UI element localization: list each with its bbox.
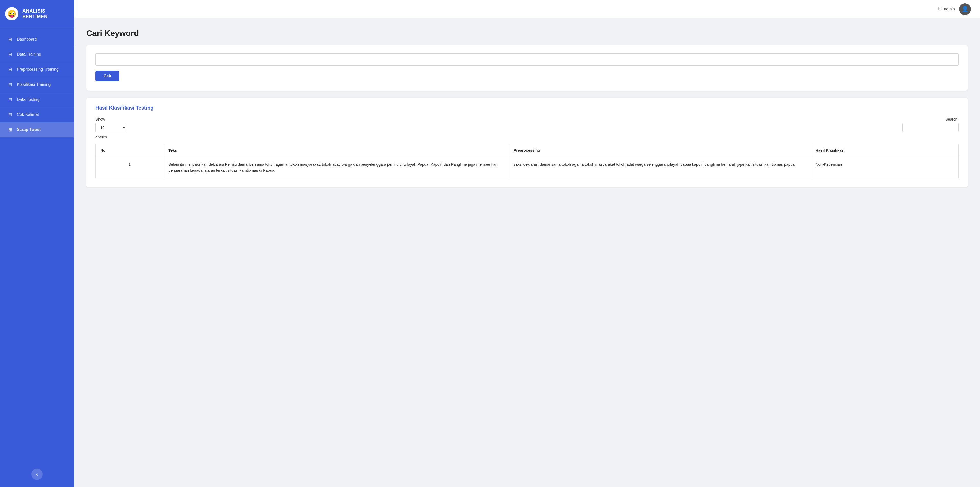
preprocessing-training-icon: ⊟ [7,67,13,72]
sidebar-item-preprocessing-training[interactable]: ⊟ Preprocessing Training [0,62,74,77]
content-area: Cari Keyword Cek Hasil Klasifikasi Testi… [74,18,980,487]
sidebar-item-scrap-tweet[interactable]: ⊞ Scrap Tweet [0,122,74,137]
data-training-icon: ⊟ [7,51,13,57]
cell-hasil-klasifikasi: Non-Kebencian [811,157,958,178]
cek-kalimat-icon: ⊟ [7,112,13,118]
sidebar: 😜 ANALISIS SENTIMEN ⊞ Dashboard ⊟ Data T… [0,0,74,487]
chevron-left-icon: ‹ [36,472,38,477]
search-box: Search: [902,117,959,132]
sidebar-item-label-data-training: Data Training [17,52,41,57]
logo-icon: 😜 [7,10,16,18]
cek-button[interactable]: Cek [95,71,119,81]
sidebar-title: ANALISIS SENTIMEN [22,8,48,20]
table-body: 1Selain itu menyaksikan deklarasi Pemilu… [96,157,959,178]
show-entries: Show 102550100 entries [95,117,126,139]
results-table: NoTeksPreprocessingHasil Klasifikasi 1Se… [95,144,959,178]
keyword-card: Cek [86,45,968,91]
sidebar-header: 😜 ANALISIS SENTIMEN [0,0,74,28]
main-area: Hi, admin 👤 Cari Keyword Cek Hasil Klasi… [74,0,980,487]
topbar: Hi, admin 👤 [74,0,980,18]
topbar-greeting: Hi, admin [938,7,955,11]
sidebar-collapse-button[interactable]: ‹ [32,469,43,480]
sidebar-item-data-testing[interactable]: ⊟ Data Testing [0,92,74,107]
table-controls: Show 102550100 entries Search: [95,117,959,139]
sidebar-item-label-data-testing: Data Testing [17,97,40,102]
keyword-input[interactable] [95,53,959,65]
col-header-hasil-klasifikasi: Hasil Klasifikasi [811,144,958,157]
cell-preprocessing: saksi deklarasi damai sama tokoh agama t… [509,157,811,178]
sidebar-nav: ⊞ Dashboard ⊟ Data Training ⊟ Preprocess… [0,28,74,464]
dashboard-icon: ⊞ [7,37,13,42]
show-label: Show [95,117,126,121]
sidebar-collapse-section: ‹ [0,464,74,487]
scrap-tweet-icon: ⊞ [7,127,13,133]
sidebar-item-dashboard[interactable]: ⊞ Dashboard [0,32,74,47]
cell-no: 1 [96,157,164,178]
page-title: Cari Keyword [86,29,968,38]
data-testing-icon: ⊟ [7,97,13,102]
col-header-preprocessing: Preprocessing [509,144,811,157]
results-card: Hasil Klasifikasi Testing Show 102550100… [86,98,968,187]
table-head: NoTeksPreprocessingHasil Klasifikasi [96,144,959,157]
table-row: 1Selain itu menyaksikan deklarasi Pemilu… [96,157,959,178]
klasifikasi-training-icon: ⊟ [7,82,13,87]
sidebar-item-label-klasifikasi-training: Klasifikasi Training [17,82,51,87]
show-select[interactable]: 102550100 [95,123,126,132]
search-label: Search: [945,117,959,121]
sidebar-item-klasifikasi-training[interactable]: ⊟ Klasifikasi Training [0,77,74,92]
sidebar-item-label-scrap-tweet: Scrap Tweet [17,128,41,132]
sidebar-logo: 😜 [5,7,18,21]
table-header-row: NoTeksPreprocessingHasil Klasifikasi [96,144,959,157]
sidebar-item-cek-kalimat[interactable]: ⊟ Cek Kalimat [0,107,74,122]
sidebar-item-label-dashboard: Dashboard [17,37,37,42]
results-title: Hasil Klasifikasi Testing [95,105,959,111]
entries-label: entries [95,135,126,139]
col-header-no: No [96,144,164,157]
user-avatar[interactable]: 👤 [959,3,971,15]
search-input[interactable] [902,123,959,132]
sidebar-item-label-cek-kalimat: Cek Kalimat [17,112,39,117]
cell-teks: Selain itu menyaksikan deklarasi Pemilu … [164,157,509,178]
sidebar-item-label-preprocessing-training: Preprocessing Training [17,67,59,72]
col-header-teks: Teks [164,144,509,157]
sidebar-item-data-training[interactable]: ⊟ Data Training [0,47,74,62]
